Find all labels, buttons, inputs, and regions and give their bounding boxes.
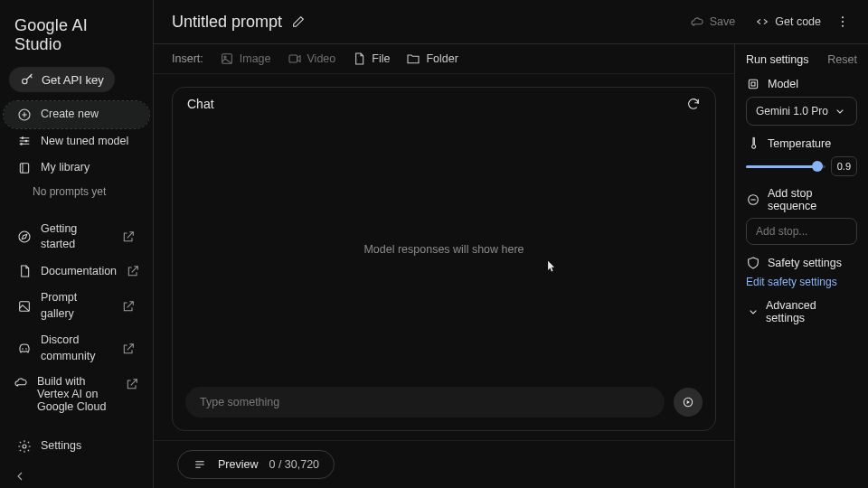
compass-icon bbox=[17, 230, 32, 244]
svg-point-11 bbox=[842, 16, 844, 18]
external-link-icon bbox=[121, 299, 136, 314]
new-tuned-model-button[interactable]: New tuned model bbox=[4, 128, 149, 155]
gear-icon bbox=[17, 439, 32, 454]
getting-started-label: Getting started bbox=[41, 221, 112, 253]
svg-point-2 bbox=[22, 137, 24, 140]
library-icon bbox=[17, 161, 32, 175]
discord-icon bbox=[17, 342, 32, 356]
brand-title: Google AI Studio bbox=[0, 7, 153, 67]
shield-icon bbox=[746, 256, 760, 270]
getting-started-link[interactable]: Getting started bbox=[4, 216, 149, 258]
collapse-sidebar-button[interactable] bbox=[0, 460, 153, 489]
preview-chip[interactable]: Preview 0 / 30,720 bbox=[177, 450, 335, 479]
settings-label: Settings bbox=[41, 438, 81, 455]
key-icon bbox=[20, 72, 34, 87]
external-link-icon bbox=[121, 230, 136, 244]
cloud-icon bbox=[14, 375, 28, 389]
thermometer-icon bbox=[746, 136, 760, 151]
save-label: Save bbox=[710, 15, 736, 28]
external-link-icon bbox=[126, 264, 140, 278]
video-icon bbox=[288, 52, 302, 66]
advanced-settings-toggle[interactable]: Advanced settings bbox=[746, 299, 857, 324]
insert-video-button[interactable]: Video bbox=[288, 52, 336, 66]
tune-icon bbox=[17, 134, 32, 148]
svg-rect-5 bbox=[20, 163, 28, 173]
chevron-down-icon bbox=[833, 104, 847, 118]
svg-point-15 bbox=[224, 56, 226, 58]
run-settings-panel: Run settings Reset Model Gemini 1.0 Pro bbox=[734, 44, 868, 488]
create-new-button[interactable]: Create new bbox=[4, 101, 149, 128]
main: Untitled prompt Save Get code Insert: Im… bbox=[154, 0, 868, 488]
notes-icon bbox=[193, 457, 207, 472]
insert-folder-button[interactable]: Folder bbox=[406, 52, 458, 66]
prompt-title: Untitled prompt bbox=[172, 13, 282, 32]
reset-button[interactable]: Reset bbox=[827, 53, 857, 66]
chevron-left-icon bbox=[13, 469, 27, 483]
create-new-label: Create new bbox=[41, 107, 99, 123]
safety-label: Safety settings bbox=[768, 257, 842, 269]
chat-empty-text: Model responses will show here bbox=[363, 243, 524, 256]
prompt-gallery-label: Prompt gallery bbox=[41, 290, 112, 322]
temperature-slider[interactable] bbox=[746, 165, 826, 168]
get-code-label: Get code bbox=[775, 15, 821, 28]
insert-bar: Insert: Image Video File bbox=[154, 44, 734, 74]
get-api-key-button[interactable]: Get API key bbox=[9, 67, 115, 92]
sidebar: Google AI Studio Get API key Create new … bbox=[0, 0, 154, 488]
image-icon bbox=[220, 52, 234, 66]
save-button[interactable]: Save bbox=[684, 11, 741, 33]
new-tuned-label: New tuned model bbox=[41, 134, 128, 150]
my-library-button[interactable]: My library bbox=[4, 155, 149, 182]
documentation-label: Documentation bbox=[41, 264, 117, 280]
stop-icon bbox=[746, 192, 760, 207]
svg-point-3 bbox=[25, 140, 28, 143]
svg-point-6 bbox=[19, 231, 30, 242]
chat-card: Chat Model responses will show here Type… bbox=[172, 87, 716, 431]
external-link-icon bbox=[125, 377, 139, 391]
model-icon bbox=[746, 77, 760, 91]
settings-button[interactable]: Settings bbox=[4, 433, 149, 460]
svg-rect-16 bbox=[289, 55, 297, 62]
temperature-label: Temperature bbox=[768, 137, 831, 150]
svg-point-8 bbox=[22, 348, 24, 350]
chat-input[interactable]: Type something bbox=[185, 387, 665, 418]
external-link-icon bbox=[121, 342, 136, 356]
documentation-link[interactable]: Documentation bbox=[4, 258, 149, 286]
plus-circle-icon bbox=[17, 108, 32, 122]
more-vert-icon[interactable] bbox=[835, 14, 850, 29]
edit-safety-link[interactable]: Edit safety settings bbox=[746, 276, 857, 288]
gallery-icon bbox=[17, 299, 32, 314]
stop-label: Add stop sequence bbox=[768, 187, 857, 212]
topbar: Untitled prompt Save Get code bbox=[154, 0, 868, 44]
svg-point-12 bbox=[842, 21, 844, 23]
model-label: Model bbox=[768, 78, 798, 90]
discord-link[interactable]: Discord community bbox=[4, 327, 149, 370]
vertex-ai-link[interactable]: Build with Vertex AI on Google Cloud bbox=[0, 370, 153, 418]
prompt-gallery-link[interactable]: Prompt gallery bbox=[4, 285, 149, 327]
edit-icon[interactable] bbox=[291, 14, 306, 29]
insert-file-button[interactable]: File bbox=[352, 52, 390, 66]
temperature-value[interactable]: 0.9 bbox=[831, 156, 857, 176]
chevron-down-icon bbox=[746, 305, 760, 319]
insert-label: Insert: bbox=[172, 52, 203, 65]
svg-point-0 bbox=[23, 79, 27, 83]
file-icon bbox=[352, 52, 366, 66]
insert-image-button[interactable]: Image bbox=[220, 52, 271, 66]
svg-point-10 bbox=[23, 445, 26, 448]
svg-point-13 bbox=[842, 25, 844, 27]
run-settings-heading: Run settings bbox=[746, 53, 808, 66]
refresh-icon[interactable] bbox=[686, 97, 701, 111]
doc-icon bbox=[17, 264, 32, 278]
token-count: 0 / 30,720 bbox=[269, 458, 319, 471]
model-select[interactable]: Gemini 1.0 Pro bbox=[746, 97, 857, 126]
model-value: Gemini 1.0 Pro bbox=[756, 105, 828, 117]
cursor-icon bbox=[547, 260, 556, 273]
stop-sequence-input[interactable]: Add stop... bbox=[746, 218, 857, 245]
my-library-label: My library bbox=[41, 160, 90, 176]
cloud-save-icon bbox=[690, 14, 704, 29]
get-code-button[interactable]: Get code bbox=[750, 11, 826, 33]
chat-title: Chat bbox=[187, 97, 214, 111]
send-button[interactable] bbox=[674, 388, 703, 417]
svg-point-9 bbox=[25, 348, 27, 350]
discord-label: Discord community bbox=[41, 333, 112, 364]
api-key-label: Get API key bbox=[42, 73, 104, 87]
